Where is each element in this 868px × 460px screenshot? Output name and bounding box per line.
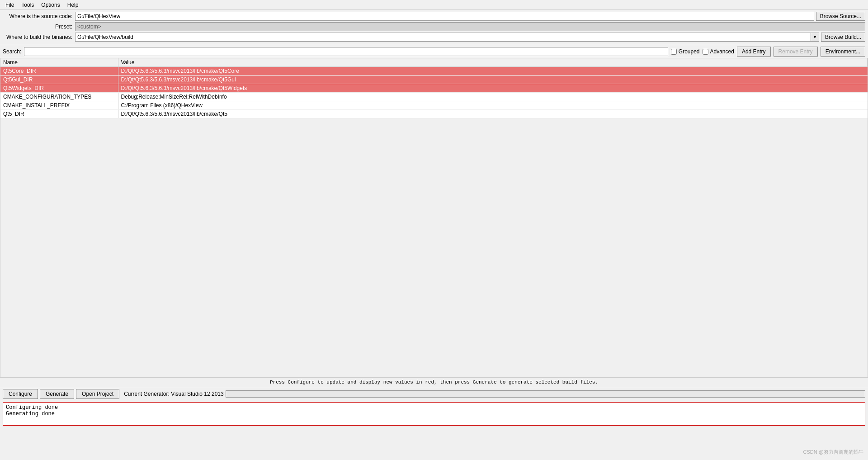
menu-help[interactable]: Help	[64, 1, 82, 9]
watermark: CSDN @努力向前爬的蜗牛	[803, 449, 863, 455]
cell-name: CMAKE_CONFIGURATION_TYPES	[0, 93, 118, 101]
cell-value: C:/Program Files (x86)/QHexView	[118, 101, 868, 110]
cell-value: D:/Qt/Qt5.6.3/5.6.3/msvc2013/lib/cmake/Q…	[118, 76, 868, 84]
main-table-wrapper: Name Value Qt5Core_DIRD:/Qt/Qt5.6.3/5.6.…	[0, 58, 868, 377]
col-header-name: Name	[0, 58, 118, 67]
open-project-button[interactable]: Open Project	[76, 389, 119, 399]
advanced-label: Advanced	[710, 48, 734, 55]
configure-button[interactable]: Configure	[3, 389, 38, 399]
table-row[interactable]: Qt5Core_DIRD:/Qt/Qt5.6.3/5.6.3/msvc2013/…	[0, 67, 868, 76]
cell-name: Qt5Core_DIR	[0, 67, 118, 76]
source-label: Where is the source code:	[3, 13, 75, 19]
source-input[interactable]	[75, 12, 814, 21]
progress-bar	[226, 390, 865, 398]
build-input[interactable]	[75, 33, 811, 41]
table-row[interactable]: CMAKE_INSTALL_PREFIXC:/Program Files (x8…	[0, 101, 868, 110]
table-row[interactable]: Qt5Gui_DIRD:/Qt/Qt5.6.3/5.6.3/msvc2013/l…	[0, 76, 868, 84]
generator-text: Current Generator: Visual Studio 12 2013	[124, 391, 224, 397]
generate-button[interactable]: Generate	[40, 389, 74, 399]
grouped-checkbox-group: Grouped	[671, 48, 700, 55]
preset-input[interactable]	[75, 22, 865, 31]
cell-name: Qt5Widgets_DIR	[0, 84, 118, 93]
menu-options[interactable]: Options	[38, 1, 63, 9]
log-line: Generating done	[6, 411, 862, 417]
log-line: Configuring done	[6, 404, 862, 411]
cell-value: D:/Qt/Qt5.6.3/5.6.3/msvc2013/lib/cmake/Q…	[118, 110, 868, 119]
environment-button[interactable]: Environment...	[821, 47, 865, 57]
build-path-wrapper: ▼	[75, 33, 819, 42]
cell-value: D:/Qt/Qt5.6.3/5.6.3/msvc2013/lib/cmake/Q…	[118, 84, 868, 93]
cell-value: D:/Qt/Qt5.6.3/5.6.3/msvc2013/lib/cmake/Q…	[118, 67, 868, 76]
status-bar: Press Configure to update and display ne…	[0, 377, 868, 387]
remove-entry-button[interactable]: Remove Entry	[774, 47, 818, 57]
status-text: Press Configure to update and display ne…	[270, 379, 598, 385]
top-form: Where is the source code: Browse Source.…	[0, 10, 868, 45]
preset-row: Preset:	[3, 22, 865, 31]
advanced-checkbox-group: Advanced	[703, 48, 734, 55]
table-row[interactable]: Qt5_DIRD:/Qt/Qt5.6.3/5.6.3/msvc2013/lib/…	[0, 110, 868, 119]
log-area: Configuring doneGenerating done	[3, 402, 865, 426]
cmake-table: Name Value Qt5Core_DIRD:/Qt/Qt5.6.3/5.6.…	[0, 58, 868, 119]
grouped-label: Grouped	[679, 48, 700, 55]
search-input[interactable]	[24, 47, 668, 56]
build-row: Where to build the binaries: ▼ Browse Bu…	[3, 33, 865, 42]
col-header-value: Value	[118, 58, 868, 67]
browse-build-button[interactable]: Browse Build...	[821, 33, 865, 42]
table-row[interactable]: CMAKE_CONFIGURATION_TYPESDebug;Release;M…	[0, 93, 868, 101]
menu-file[interactable]: File	[2, 1, 18, 9]
menubar: File Tools Options Help	[0, 0, 868, 10]
search-label: Search:	[3, 48, 21, 55]
cell-value: Debug;Release;MinSizeRel;RelWithDebInfo	[118, 93, 868, 101]
cell-name: Qt5Gui_DIR	[0, 76, 118, 84]
grouped-checkbox[interactable]	[671, 49, 677, 55]
table-row[interactable]: Qt5Widgets_DIRD:/Qt/Qt5.6.3/5.6.3/msvc20…	[0, 84, 868, 93]
advanced-checkbox[interactable]	[703, 49, 708, 55]
menu-tools[interactable]: Tools	[18, 1, 38, 9]
preset-label: Preset:	[3, 24, 75, 30]
build-label: Where to build the binaries:	[3, 34, 75, 40]
browse-source-button[interactable]: Browse Source...	[816, 12, 865, 21]
cell-name: CMAKE_INSTALL_PREFIX	[0, 101, 118, 110]
bottom-bar: Configure Generate Open Project Current …	[0, 387, 868, 400]
add-entry-button[interactable]: Add Entry	[737, 47, 771, 57]
source-row: Where is the source code: Browse Source.…	[3, 12, 865, 21]
cell-name: Qt5_DIR	[0, 110, 118, 119]
build-dropdown-arrow[interactable]: ▼	[811, 33, 819, 41]
search-row: Search: Grouped Advanced Add Entry Remov…	[0, 45, 868, 58]
